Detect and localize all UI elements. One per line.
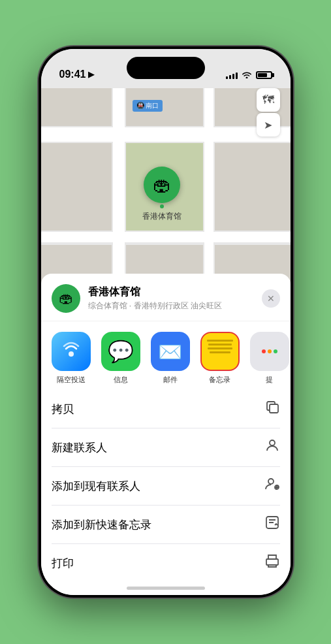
dynamic-island: [127, 57, 205, 79]
print-label: 打印: [52, 556, 74, 571]
airdrop-icon: [52, 332, 91, 371]
venue-info: 香港体育馆 综合体育馆 · 香港特别行政区 油尖旺区: [88, 285, 262, 312]
print-icon: [264, 553, 280, 573]
pin-dot: [160, 204, 164, 208]
venue-pin[interactable]: 🏟 香港体育馆: [142, 167, 181, 222]
location-arrow-icon: ▶: [88, 70, 94, 79]
status-icons: [226, 70, 272, 80]
new-contact-icon: [264, 438, 280, 457]
share-apps-row: 隔空投送 💬 信息 ✉️ 邮件: [41, 321, 291, 390]
map-toggle-button[interactable]: 🗺: [257, 88, 280, 112]
more-label: 提: [266, 375, 273, 385]
map-location-label: 🚇 南口: [133, 100, 163, 112]
share-header: 🏟 香港体育馆 综合体育馆 · 香港特别行政区 油尖旺区 ✕: [41, 274, 291, 321]
mail-label: 邮件: [163, 375, 178, 385]
venue-pin-label: 香港体育馆: [142, 211, 181, 222]
action-add-existing[interactable]: 添加到现有联系人: [52, 467, 280, 506]
venue-name: 香港体育馆: [88, 285, 262, 299]
svg-point-2: [270, 440, 275, 445]
pin-circle: 🏟: [144, 167, 180, 203]
add-existing-label: 添加到现有联系人: [52, 479, 140, 494]
share-app-notes[interactable]: 备忘录: [200, 332, 240, 385]
copy-label: 拷贝: [52, 402, 74, 417]
venue-description: 综合体育馆 · 香港特别行政区 油尖旺区: [88, 300, 262, 312]
action-print[interactable]: 打印: [52, 544, 280, 582]
phone-frame: 🚇 南口 🗺 ➤ 🏟 香港体育馆 09:41 ▶: [39, 46, 293, 598]
quick-note-icon: [264, 515, 280, 534]
svg-point-0: [69, 351, 74, 357]
action-new-contact[interactable]: 新建联系人: [52, 428, 280, 467]
notes-label: 备忘录: [209, 375, 230, 385]
share-app-mail[interactable]: ✉️ 邮件: [151, 332, 190, 385]
signal-bars: [226, 71, 238, 79]
mail-icon: ✉️: [151, 332, 190, 371]
svg-rect-6: [266, 559, 278, 565]
share-sheet: 🏟 香港体育馆 综合体育馆 · 香港特别行政区 油尖旺区 ✕: [41, 274, 291, 595]
status-time: 09:41 ▶: [59, 69, 95, 80]
action-copy[interactable]: 拷贝: [52, 390, 280, 428]
home-indicator: [127, 587, 205, 590]
action-list: 拷贝 新建联系人: [41, 390, 291, 582]
airdrop-label: 隔空投送: [57, 375, 86, 385]
battery-icon: [256, 71, 272, 79]
venue-icon: 🏟: [153, 174, 171, 196]
svg-rect-1: [270, 404, 278, 413]
messages-icon: 💬: [101, 332, 140, 371]
share-app-airdrop[interactable]: 隔空投送: [52, 332, 91, 385]
quick-note-label: 添加到新快速备忘录: [52, 517, 151, 532]
messages-label: 信息: [114, 375, 128, 385]
venue-avatar: 🏟: [52, 284, 80, 313]
action-quick-note[interactable]: 添加到新快速备忘录: [52, 506, 280, 544]
map-controls: 🗺 ➤: [257, 88, 280, 137]
wifi-icon: [242, 70, 252, 80]
location-button[interactable]: ➤: [257, 113, 280, 137]
notes-icon: [200, 332, 240, 371]
add-existing-icon: [264, 476, 280, 496]
close-button[interactable]: ✕: [262, 289, 280, 308]
share-app-more[interactable]: 提: [250, 332, 289, 385]
more-icon: [250, 332, 289, 371]
copy-icon: [264, 399, 280, 419]
svg-point-3: [268, 479, 274, 484]
new-contact-label: 新建联系人: [52, 440, 107, 455]
share-app-messages[interactable]: 💬 信息: [101, 332, 140, 385]
phone-screen: 🚇 南口 🗺 ➤ 🏟 香港体育馆 09:41 ▶: [41, 49, 291, 595]
